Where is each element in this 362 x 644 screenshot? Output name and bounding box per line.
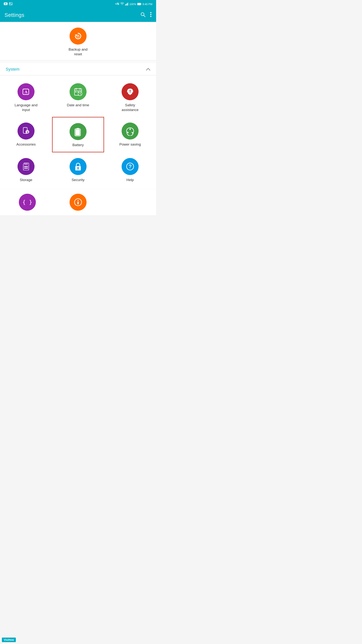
- svg-rect-32: [129, 94, 131, 95]
- svg-rect-47: [24, 166, 28, 167]
- svg-rect-57: [77, 202, 79, 204]
- accessories-label: Accessories: [16, 142, 36, 147]
- language-input-icon-circle: A: [17, 83, 34, 100]
- status-bar: ⌁N 100% 9: [0, 0, 156, 8]
- content-area: Backup andreset System A Language andinp…: [0, 22, 156, 215]
- security-label: Security: [72, 178, 85, 182]
- backup-reset-label: Backup andreset: [69, 47, 87, 56]
- svg-point-38: [28, 132, 29, 132]
- battery-icon-circle: [70, 123, 87, 140]
- svg-rect-11: [138, 3, 141, 5]
- more-options-button[interactable]: [150, 12, 152, 18]
- svg-rect-48: [24, 168, 28, 168]
- language-input-label: Language andinput: [14, 103, 37, 112]
- svg-point-34: [130, 92, 131, 93]
- svg-rect-7: [127, 3, 128, 6]
- partial-icon-2: [70, 194, 87, 211]
- svg-rect-5: [125, 4, 126, 6]
- svg-point-37: [26, 132, 27, 132]
- system-section-header[interactable]: System: [0, 63, 156, 75]
- svg-rect-26: [77, 92, 79, 92]
- safety-assistance-item[interactable]: Safetyassistance: [104, 78, 156, 117]
- svg-text:{ }: { }: [23, 199, 32, 206]
- svg-text:A: A: [24, 90, 27, 94]
- power-saving-item[interactable]: Power saving: [104, 117, 156, 152]
- accessories-item[interactable]: Accessories: [0, 117, 52, 152]
- power-saving-icon-circle: [122, 122, 139, 140]
- signal-bars-icon: [125, 2, 128, 6]
- safety-assistance-icon-circle: [122, 83, 139, 100]
- svg-line-13: [144, 15, 145, 17]
- svg-rect-40: [26, 133, 27, 134]
- svg-rect-6: [126, 4, 127, 6]
- svg-rect-10: [141, 4, 141, 4]
- language-input-item[interactable]: A Language andinput: [0, 78, 52, 117]
- svg-rect-18: [78, 34, 78, 36]
- partial-item-3: [104, 194, 154, 213]
- battery-icon: [137, 3, 141, 6]
- battery-item[interactable]: Battery: [52, 117, 104, 152]
- storage-item[interactable]: Storage: [0, 152, 52, 187]
- youtube-icon: [4, 2, 7, 6]
- svg-rect-33: [130, 90, 131, 92]
- security-icon-circle: [70, 158, 87, 175]
- svg-rect-42: [77, 128, 79, 129]
- date-time-label: Date and time: [67, 103, 89, 108]
- svg-rect-2: [9, 2, 12, 5]
- time-display: 9:40 PM: [143, 3, 152, 6]
- power-saving-label: Power saving: [119, 142, 141, 147]
- storage-icon-circle: [17, 158, 34, 175]
- svg-text:⌁N: ⌁N: [115, 2, 119, 5]
- partial-icon-1: { }: [19, 194, 36, 211]
- page-title: Settings: [4, 12, 24, 18]
- svg-rect-8: [128, 3, 128, 6]
- toolbar-actions: [140, 12, 152, 18]
- security-item[interactable]: Security: [52, 152, 104, 187]
- svg-point-14: [150, 12, 151, 13]
- svg-rect-43: [75, 129, 80, 135]
- chevron-up-icon: [146, 67, 151, 72]
- help-item[interactable]: ? Help: [104, 152, 156, 187]
- partial-item-2[interactable]: [53, 194, 103, 213]
- backup-reset-icon-circle: [70, 28, 87, 44]
- svg-point-15: [150, 14, 151, 15]
- partial-bottom-row: { }: [0, 189, 156, 215]
- svg-rect-31: [128, 93, 132, 94]
- accessories-icon-circle: [17, 122, 34, 140]
- svg-point-16: [150, 16, 151, 17]
- search-button[interactable]: [140, 12, 146, 18]
- date-time-icon-circle: [70, 83, 87, 100]
- image-icon: [9, 2, 12, 6]
- partial-item-1[interactable]: { }: [2, 194, 53, 213]
- help-icon-circle: ?: [122, 158, 139, 175]
- date-time-item[interactable]: Date and time: [52, 78, 104, 117]
- settings-grid: A Language andinput: [0, 76, 156, 189]
- backup-reset-item[interactable]: Backup andreset: [0, 22, 156, 60]
- safety-assistance-label: Safetyassistance: [122, 103, 139, 112]
- help-label: Help: [126, 178, 134, 182]
- toolbar: Settings: [0, 8, 156, 22]
- svg-rect-25: [75, 92, 76, 92]
- no-signal-icon: ⌁N: [115, 2, 119, 6]
- status-bar-left: [4, 2, 12, 6]
- battery-text: 100%: [129, 3, 136, 6]
- svg-text:?: ?: [129, 164, 132, 170]
- system-section-title: System: [6, 67, 19, 72]
- status-bar-right: ⌁N 100% 9: [115, 2, 152, 6]
- svg-point-56: [77, 200, 78, 201]
- wifi-icon: [120, 2, 124, 6]
- battery-label: Battery: [72, 143, 84, 148]
- storage-label: Storage: [20, 178, 32, 182]
